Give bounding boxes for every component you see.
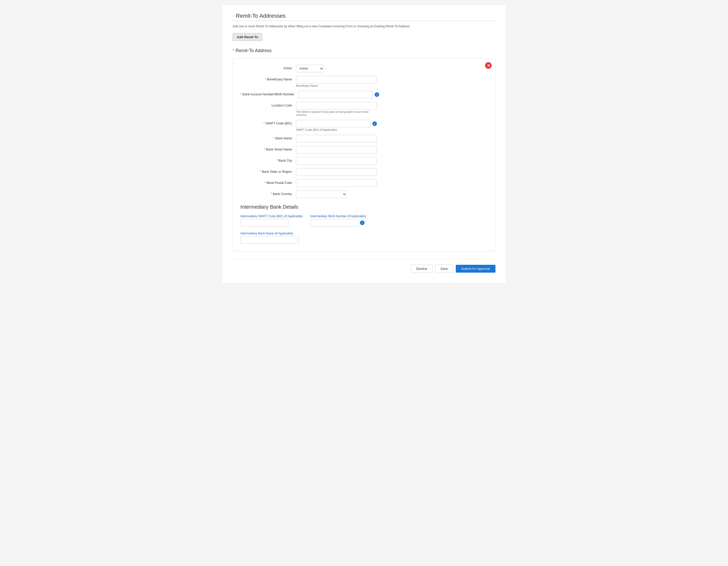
swift-code-input[interactable] [296, 120, 370, 127]
page-title-row: · Remit-To Addresses [233, 13, 495, 19]
bank-state-control-wrap [296, 168, 377, 176]
intermediary-iban-input[interactable] [310, 219, 358, 226]
swift-code-input-row: i [296, 120, 377, 127]
close-form-button[interactable]: ✕ [485, 62, 492, 69]
swift-code-label: * SWIFT Code (BIC) [240, 120, 296, 126]
decline-button[interactable]: Decline [411, 264, 433, 273]
bank-name-input[interactable] [296, 135, 377, 142]
bank-city-control-wrap [296, 157, 377, 165]
bank-account-control-wrap: i [298, 91, 379, 98]
location-code-label: Location Code [240, 102, 296, 108]
bank-account-input-row: i [298, 91, 379, 98]
bank-city-label: * Bank City [240, 157, 296, 163]
bank-street-input[interactable] [296, 146, 377, 153]
bank-postal-label: * Bank Postal Code [240, 179, 296, 185]
location-code-control-wrap: This field is required if you plan on be… [296, 102, 377, 116]
save-button[interactable]: Save [435, 264, 453, 273]
add-remit-to-button[interactable]: Add Remit-To [233, 33, 262, 41]
page-title: Remit-To Addresses [236, 13, 286, 19]
required-dot: · [233, 14, 234, 18]
page-description: Add one or more Remit-To Addresses by ei… [233, 25, 495, 28]
intermediary-grid: Intermediary SWIFT Code (BIC) (If Applic… [240, 214, 488, 226]
bank-account-label: * Bank Account Number/IBAN Number [240, 91, 298, 97]
bank-account-input[interactable] [298, 91, 373, 98]
swift-code-control-wrap: i SWIFT Code (BIC) (If Applicable) [296, 120, 377, 131]
bank-name-label: * Bank Name [240, 135, 296, 141]
bank-street-label: * Bank Street Name [240, 146, 296, 152]
intermediary-iban-label: Intermediary IBAN Number (If Applicable) [310, 214, 366, 218]
section-title-row: * Remit-To Address [233, 48, 495, 53]
remit-to-form-card: ✕ Active Active Inactive * Beneficiary N… [233, 58, 495, 251]
beneficiary-name-input[interactable] [296, 76, 377, 83]
page-container: · Remit-To Addresses Add one or more Rem… [222, 5, 506, 283]
active-select-wrap: Active Inactive [296, 65, 377, 72]
section-required-star: * [233, 49, 234, 53]
active-control-wrap: Active Inactive [296, 65, 377, 72]
action-row: Decline Save Submit for Approval [233, 264, 495, 273]
bank-street-row: * Bank Street Name [240, 146, 488, 153]
bank-state-label: * Bank State or Region [240, 168, 296, 174]
intermediary-swift-input[interactable] [240, 219, 288, 226]
active-row: Active Active Inactive [240, 65, 488, 72]
bank-street-control-wrap [296, 146, 377, 153]
intermediary-section: Intermediary Bank Details Intermediary S… [240, 204, 488, 244]
bank-postal-input[interactable] [296, 179, 377, 187]
section-title: Remit-To Address [236, 48, 271, 53]
bank-country-control-wrap [296, 190, 377, 198]
bank-account-row: * Bank Account Number/IBAN Number i [240, 91, 488, 98]
intermediary-swift-label: Intermediary SWIFT Code (BIC) (If Applic… [240, 214, 303, 218]
swift-code-hint: SWIFT Code (BIC) (If Applicable) [296, 128, 377, 131]
bank-state-input[interactable] [296, 168, 377, 176]
intermediary-name-label: Intermediary Bank Name (If Applicable) [240, 232, 488, 235]
bank-country-select[interactable] [296, 190, 347, 198]
location-code-row: Location Code This field is required if … [240, 102, 488, 116]
intermediary-swift-field: Intermediary SWIFT Code (BIC) (If Applic… [240, 214, 303, 226]
beneficiary-name-control-wrap: Beneficiary Name [296, 76, 377, 87]
submit-button[interactable]: Submit for Approval [456, 265, 495, 272]
beneficiary-name-row: * Beneficiary Name Beneficiary Name [240, 76, 488, 87]
intermediary-name-input[interactable] [240, 236, 299, 244]
bank-account-info-icon[interactable]: i [375, 92, 379, 97]
beneficiary-name-hint: Beneficiary Name [296, 84, 377, 87]
bank-city-input[interactable] [296, 157, 377, 165]
location-code-hint: This field is required if you plan on be… [296, 110, 377, 116]
bank-name-row: * Bank Name [240, 135, 488, 142]
bank-postal-row: * Bank Postal Code [240, 179, 488, 187]
bank-postal-control-wrap [296, 179, 377, 187]
active-label: Active [240, 65, 296, 71]
intermediary-name-field: Intermediary Bank Name (If Applicable) [240, 232, 488, 244]
swift-code-row: * SWIFT Code (BIC) i SWIFT Code (BIC) (I… [240, 120, 488, 131]
active-select[interactable]: Active Inactive [296, 65, 324, 72]
bottom-divider [233, 259, 495, 259]
bank-state-row: * Bank State or Region [240, 168, 488, 176]
title-divider [233, 21, 495, 21]
intermediary-iban-field: Intermediary IBAN Number (If Applicable)… [310, 214, 366, 226]
intermediary-iban-input-row: i [310, 219, 366, 226]
swift-code-info-icon[interactable]: i [372, 121, 377, 126]
bank-city-row: * Bank City [240, 157, 488, 165]
intermediary-iban-info-icon[interactable]: i [360, 220, 365, 225]
intermediary-title: Intermediary Bank Details [240, 204, 488, 210]
beneficiary-name-label: * Beneficiary Name [240, 76, 296, 82]
bank-country-label: * Bank Country [240, 190, 296, 196]
bank-name-control-wrap [296, 135, 377, 142]
location-code-input[interactable] [296, 102, 377, 109]
bank-country-row: * Bank Country [240, 190, 488, 198]
